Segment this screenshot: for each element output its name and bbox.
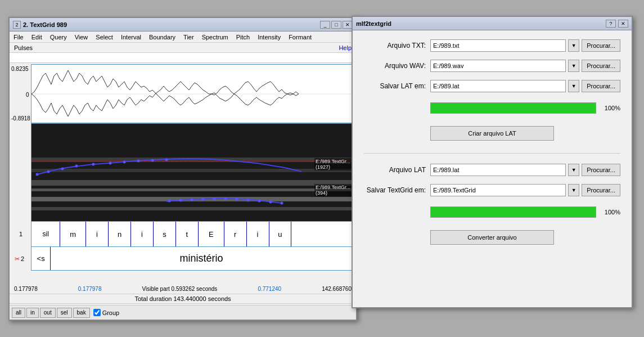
menu-file[interactable]: File <box>12 34 25 41</box>
mlf-help-button[interactable]: ? <box>606 20 616 28</box>
arquivo-wav-dropdown[interactable]: ▼ <box>568 60 579 72</box>
mlf-close-button[interactable]: ✕ <box>618 20 628 28</box>
arquivo-txt-procurar-button[interactable]: Procurar... <box>582 39 620 52</box>
tier1-cell-i2: i <box>131 222 154 246</box>
group-checkbox-container: Group <box>93 309 120 316</box>
menu-select[interactable]: Select <box>94 34 115 41</box>
waveform-svg <box>31 65 353 123</box>
all-button[interactable]: all <box>12 308 25 318</box>
tier1-cell-n: n <box>109 222 131 246</box>
svg-point-14 <box>109 162 112 165</box>
arquivo-txt-row: Arquivo TXT: ▼ Procurar... <box>364 39 620 52</box>
arquivo-lat-row: Arquivo LAT ▼ Procurar... <box>364 164 620 176</box>
arquivo-lat-input-group: ▼ Procurar... <box>430 164 620 176</box>
progress1-label: 100% <box>601 105 620 111</box>
svg-point-9 <box>36 173 39 176</box>
arquivo-wav-label: Arquivo WAV: <box>364 62 426 70</box>
menu-query[interactable]: Query <box>48 34 69 41</box>
svg-point-10 <box>47 170 50 173</box>
menu-pitch[interactable]: Pitch <box>235 34 251 41</box>
salvar-textgrid-row: Salvar TextGrid em: ▼ Procurar... <box>364 184 620 196</box>
menu-interval[interactable]: Interval <box>119 34 143 41</box>
maximize-button[interactable]: □ <box>331 21 341 29</box>
svg-point-11 <box>61 168 64 170</box>
group-checkbox[interactable] <box>93 309 101 316</box>
menu-spectrum[interactable]: Spectrum <box>200 34 230 41</box>
salvar-textgrid-procurar-button[interactable]: Procurar... <box>582 184 620 196</box>
salvar-textgrid-input[interactable] <box>430 184 566 196</box>
time-right-blue: 0.771240 <box>258 286 281 292</box>
tier1-area: 1 sil m i n i s t E r i u <box>31 222 353 247</box>
svg-point-21 <box>191 199 193 201</box>
arquivo-lat-dropdown[interactable]: ▼ <box>568 164 579 176</box>
tier2-label: ✂ 2 <box>15 255 24 262</box>
arquivo-lat-procurar-button[interactable]: Procurar... <box>582 164 620 176</box>
menu-boundary[interactable]: Boundary <box>147 34 177 41</box>
out-button[interactable]: out <box>40 308 56 318</box>
arquivo-txt-input[interactable] <box>430 39 566 52</box>
progress2-bar <box>430 206 596 218</box>
svg-point-18 <box>165 159 168 161</box>
group-label: Group <box>102 309 120 316</box>
converter-button[interactable]: Converter arquivo <box>430 230 554 245</box>
svg-point-29 <box>281 202 283 205</box>
salvar-lat-input[interactable] <box>430 80 566 92</box>
criar-lat-button[interactable]: Criar arquivo LAT <box>430 126 554 141</box>
minimize-button[interactable]: _ <box>320 21 330 29</box>
salvar-textgrid-dropdown[interactable]: ▼ <box>568 184 579 196</box>
menu-edit[interactable]: Edit <box>30 34 44 41</box>
pulses-bar: Pulses Help <box>10 43 356 53</box>
salvar-lat-label: Salvar LAT em: <box>364 82 426 90</box>
tier1-cell-i3: i <box>247 222 269 246</box>
arquivo-txt-input-group: ▼ Procurar... <box>430 39 620 52</box>
textgrid-window-icon: 2 <box>13 21 21 29</box>
svg-point-17 <box>151 159 154 162</box>
waveform-y-top: 0.8235 <box>11 66 29 72</box>
tier1-cell-s: s <box>154 222 176 246</box>
help-label[interactable]: Help <box>339 44 352 51</box>
salvar-textgrid-input-group: ▼ Procurar... <box>430 184 620 196</box>
file-info-1: E:/989.TextGr... (1927) <box>314 158 352 170</box>
salvar-lat-input-group: ▼ Procurar... <box>430 80 620 92</box>
arquivo-lat-input[interactable] <box>430 164 566 176</box>
status-bar: Total duration 143.440000 seconds <box>10 294 356 304</box>
sel-button[interactable]: sel <box>57 308 72 318</box>
arquivo-txt-dropdown[interactable]: ▼ <box>568 39 579 52</box>
menu-view[interactable]: View <box>73 34 90 41</box>
menu-intensity[interactable]: Intensity <box>256 34 282 41</box>
progress1-row: 100% <box>364 102 620 114</box>
bak-button[interactable]: bak <box>73 308 90 318</box>
tier1-cell-r: r <box>224 222 247 246</box>
tier1-cell-empty <box>291 222 353 246</box>
textgrid-menubar: File Edit Query View Select Interval Bou… <box>10 32 356 43</box>
salvar-lat-dropdown[interactable]: ▼ <box>568 80 579 92</box>
arquivo-wav-input[interactable] <box>430 60 566 72</box>
tier1-cell-m: m <box>60 222 86 246</box>
svg-point-15 <box>123 161 126 164</box>
salvar-lat-row: Salvar LAT em: ▼ Procurar... <box>364 80 620 92</box>
progress2-row: 100% <box>364 206 620 218</box>
total-duration: Total duration 143.440000 seconds <box>134 295 231 302</box>
salvar-lat-procurar-button[interactable]: Procurar... <box>582 80 620 92</box>
arquivo-wav-procurar-button[interactable]: Procurar... <box>582 60 620 72</box>
button-bar: all in out sel bak Group <box>10 305 356 320</box>
time-left-blue: 0.177978 <box>78 286 102 292</box>
mlf-content: Arquivo TXT: ▼ Procurar... Arquivo WAV: … <box>353 30 632 256</box>
time-bar: 0.177978 0.177978 Visible part 0.593262 … <box>10 284 356 294</box>
in-button[interactable]: in <box>26 308 39 318</box>
svg-point-19 <box>168 200 171 203</box>
tier1-cell-sil: sil <box>31 222 60 246</box>
textgrid-title: 2. TextGrid 989 <box>23 21 319 28</box>
menu-formant[interactable]: Formant <box>287 34 313 41</box>
spectrogram-svg <box>31 124 353 221</box>
time-center: Visible part 0.593262 seconds <box>142 286 218 292</box>
menu-tier[interactable]: Tier <box>182 34 196 41</box>
mlf-window: mlf2textgrid ? ✕ Arquivo TXT: ▼ Procurar… <box>352 16 633 308</box>
mlf-titlebar: mlf2textgrid ? ✕ <box>353 17 632 30</box>
tier2-number: 2 <box>21 255 24 262</box>
salvar-textgrid-label: Salvar TextGrid em: <box>364 186 426 194</box>
textgrid-titlebar: 2 2. TextGrid 989 _ □ ✕ <box>10 18 356 32</box>
svg-point-25 <box>236 198 238 201</box>
time-left: 0.177978 <box>14 286 38 292</box>
blank-area <box>10 53 356 63</box>
